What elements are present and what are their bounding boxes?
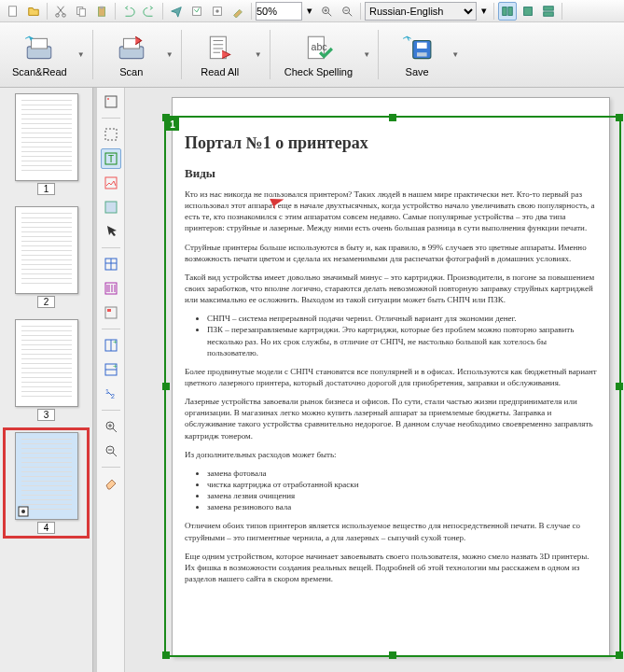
- cut-button[interactable]: [51, 2, 70, 21]
- eraser-tool[interactable]: [101, 473, 121, 494]
- save-button[interactable]: Save: [384, 26, 450, 83]
- page-thumbnail-2[interactable]: 2: [7, 206, 85, 308]
- dropdown-arrow[interactable]: ▼: [253, 26, 264, 83]
- page-thumbnail-4[interactable]: 4: [7, 432, 85, 534]
- document-view[interactable]: Портал №1 о принтерах Виды Кто из нас ни…: [125, 88, 624, 672]
- zoom-out-button[interactable]: [338, 2, 356, 21]
- scan-label: Scan: [119, 66, 143, 77]
- save-icon: [401, 33, 433, 64]
- separator: [181, 30, 182, 79]
- copy-button[interactable]: [72, 2, 90, 21]
- separator: [251, 3, 252, 20]
- svg-text:abc: abc: [312, 41, 328, 52]
- svg-rect-32: [105, 129, 117, 140]
- resize-handle[interactable]: [616, 383, 623, 390]
- redo-button[interactable]: [140, 2, 159, 21]
- zoom-in-button[interactable]: [317, 2, 336, 21]
- separator: [562, 3, 562, 20]
- zoom-in-tool[interactable]: [101, 416, 121, 437]
- view2-button[interactable]: [519, 2, 537, 21]
- svg-point-29: [21, 510, 25, 513]
- text-area-tool[interactable]: T: [101, 148, 121, 169]
- separator: [47, 3, 48, 20]
- svg-rect-18: [32, 38, 48, 49]
- add-vertical-tool[interactable]: +: [101, 335, 121, 356]
- view1-button[interactable]: [498, 2, 517, 21]
- svg-text:+: +: [113, 338, 118, 346]
- separator: [102, 247, 120, 248]
- svg-point-19: [31, 37, 33, 39]
- resize-handle[interactable]: [616, 114, 623, 121]
- tool-button[interactable]: [229, 2, 247, 21]
- picture-area-tool[interactable]: [101, 173, 121, 193]
- check-spelling-icon: abc: [302, 33, 334, 64]
- read-all-button[interactable]: Read All: [187, 26, 253, 83]
- resize-handle[interactable]: [162, 383, 170, 390]
- lang-more-button[interactable]: ▾: [478, 2, 490, 21]
- svg-rect-7: [193, 7, 201, 15]
- separator: [360, 3, 361, 20]
- open-button[interactable]: [24, 2, 43, 21]
- page-number: 3: [37, 409, 56, 421]
- resize-handle[interactable]: [616, 651, 623, 659]
- page-number: 1: [37, 183, 56, 195]
- select-area-tool[interactable]: [101, 124, 121, 145]
- wizard-button[interactable]: [187, 2, 206, 21]
- dropdown-arrow[interactable]: ▼: [361, 26, 372, 83]
- view3-button[interactable]: [539, 2, 558, 21]
- dropdown-arrow[interactable]: ▼: [164, 26, 175, 83]
- svg-rect-30: [105, 96, 117, 107]
- check-spelling-label: Check Spelling: [284, 66, 353, 77]
- recognition-area-tool[interactable]: [101, 302, 121, 323]
- separator: [102, 410, 120, 411]
- background-tool[interactable]: [101, 197, 121, 217]
- language-select[interactable]: Russian-English: [365, 2, 477, 21]
- zoom-dropdown[interactable]: ▾: [304, 2, 315, 21]
- scan-icon: [116, 33, 147, 64]
- separator: [270, 30, 270, 79]
- zoom-input[interactable]: [256, 2, 302, 21]
- separator: [102, 118, 120, 119]
- scan-button[interactable]: Scan: [99, 26, 164, 83]
- dropdown-arrow[interactable]: ▼: [76, 26, 87, 83]
- recognized-icon: [18, 506, 29, 517]
- svg-rect-12: [503, 7, 506, 15]
- svg-rect-4: [79, 8, 85, 16]
- separator: [102, 329, 120, 329]
- separator: [493, 3, 494, 20]
- barcode-tool[interactable]: [101, 278, 121, 299]
- page-number: 2: [37, 296, 56, 308]
- dropdown-arrow[interactable]: ▼: [450, 26, 461, 83]
- resize-handle[interactable]: [162, 114, 170, 121]
- svg-text:+: +: [113, 362, 118, 371]
- svg-rect-0: [9, 6, 17, 16]
- add-horizontal-tool[interactable]: +: [101, 359, 121, 380]
- svg-text:T: T: [108, 154, 114, 164]
- page-thumbnail-1[interactable]: 1: [7, 93, 85, 195]
- separator: [115, 3, 116, 20]
- zoom-out-tool[interactable]: [101, 441, 121, 461]
- svg-rect-13: [508, 7, 512, 15]
- svg-rect-26: [417, 42, 427, 48]
- paste-button[interactable]: [92, 2, 111, 21]
- scan-read-button[interactable]: Scan&Read: [4, 26, 76, 83]
- vertical-toolbar: T + + 12: [97, 88, 125, 672]
- send-button[interactable]: [167, 2, 186, 21]
- svg-rect-39: [105, 307, 117, 318]
- resize-handle[interactable]: [389, 114, 396, 121]
- table-area-tool[interactable]: [101, 254, 121, 274]
- options-button[interactable]: [208, 2, 227, 21]
- separator: [378, 30, 379, 79]
- read-all-icon: [204, 33, 236, 64]
- resize-handle[interactable]: [162, 651, 170, 659]
- order-tool[interactable]: 12: [101, 384, 121, 404]
- layout-tool[interactable]: [101, 91, 121, 112]
- undo-button[interactable]: [119, 2, 138, 21]
- top-toolbar: ▾ Russian-English ▾: [0, 0, 624, 22]
- resize-handle[interactable]: [389, 651, 396, 659]
- new-button[interactable]: [4, 2, 22, 21]
- page-thumbnail-3[interactable]: 3: [7, 319, 85, 421]
- text-region-selection[interactable]: 1: [164, 116, 621, 657]
- check-spelling-button[interactable]: abc Check Spelling: [276, 26, 361, 83]
- pointer-tool[interactable]: [101, 221, 121, 242]
